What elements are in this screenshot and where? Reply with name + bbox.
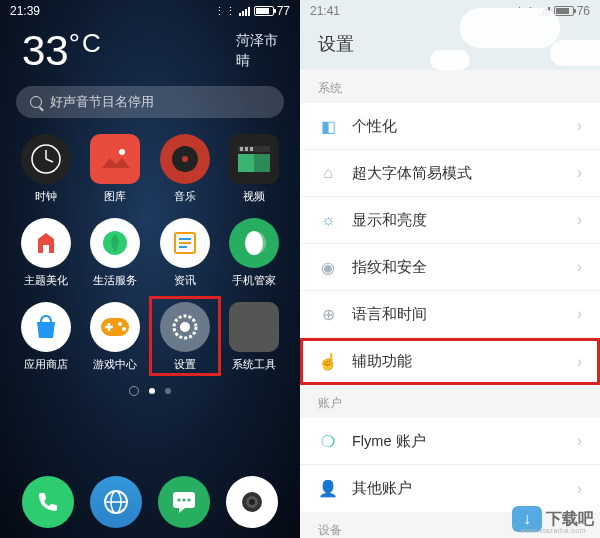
cloud-decoration (460, 8, 560, 48)
life-icon (90, 218, 140, 268)
svg-point-35 (249, 499, 255, 505)
home-screen: 21:39 ⋮⋮ 77 33°C 菏泽市 晴 好声音节目名停用 时钟 图库 音乐… (0, 0, 300, 538)
weather-location: 菏泽市 晴 (236, 31, 278, 70)
svg-point-22 (118, 322, 122, 326)
cloud-decoration (550, 40, 600, 66)
news-icon (160, 218, 210, 268)
app-tools[interactable]: 系统工具 (223, 302, 287, 372)
app-guard[interactable]: 手机管家 (223, 218, 287, 288)
setting-personalize[interactable]: ◧ 个性化 › (300, 103, 600, 150)
svg-point-23 (122, 327, 126, 331)
clock-icon (21, 134, 71, 184)
svg-rect-12 (43, 245, 49, 253)
browser-app[interactable] (90, 476, 142, 528)
app-news[interactable]: 资讯 (153, 218, 217, 288)
person-icon: 👤 (318, 479, 338, 499)
battery-level: 76 (577, 4, 590, 18)
messages-app[interactable] (158, 476, 210, 528)
svg-point-32 (188, 499, 191, 502)
setting-security[interactable]: ◉ 指纹和安全 › (300, 244, 600, 291)
camera-app[interactable] (226, 476, 278, 528)
chevron-right-icon: › (577, 353, 582, 371)
svg-point-3 (119, 149, 125, 155)
battery-icon (254, 6, 274, 16)
svg-rect-11 (254, 154, 270, 172)
store-icon (21, 302, 71, 352)
tools-icon (229, 302, 279, 352)
settings-list-account: ❍ Flyme 账户 › 👤 其他账户 › (300, 418, 600, 512)
svg-line-2 (46, 159, 53, 162)
watermark-url: www.xiazaiba.com (520, 527, 586, 534)
app-gallery[interactable]: 图库 (84, 134, 148, 204)
cloud-decoration (430, 50, 470, 70)
chevron-right-icon: › (577, 211, 582, 229)
svg-rect-10 (238, 154, 254, 172)
app-clock[interactable]: 时钟 (14, 134, 78, 204)
globe-icon: ⊕ (318, 304, 338, 324)
phone-app[interactable] (22, 476, 74, 528)
page-dot[interactable] (149, 388, 155, 394)
status-bar: 21:39 ⋮⋮ 77 (0, 0, 300, 22)
fingerprint-icon: ◉ (318, 257, 338, 277)
app-theme[interactable]: 主题美化 (14, 218, 78, 288)
home-icon: ⌂ (318, 163, 338, 183)
battery-icon (554, 6, 574, 16)
video-icon (229, 134, 279, 184)
setting-flyme[interactable]: ❍ Flyme 账户 › (300, 418, 600, 465)
app-video[interactable]: 视频 (223, 134, 287, 204)
search-icon (30, 96, 42, 108)
app-grid: 时钟 图库 音乐 视频 主题美化 生活服务 资讯 手机管家 应用商店 游戏中心 … (0, 134, 300, 372)
weather-widget[interactable]: 33°C 菏泽市 晴 (0, 22, 300, 86)
section-account: 账户 (300, 385, 600, 418)
section-system: 系统 (300, 70, 600, 103)
svg-point-5 (182, 156, 188, 162)
chevron-right-icon: › (577, 164, 582, 182)
personalize-icon: ◧ (318, 116, 338, 136)
chevron-right-icon: › (577, 305, 582, 323)
settings-list-system: ◧ 个性化 › ⌂ 超大字体简易模式 › ☼ 显示和亮度 › ◉ 指纹和安全 ›… (300, 103, 600, 385)
music-icon (160, 134, 210, 184)
settings-header: 21:41 ⋮⋮ 76 设置 (300, 0, 600, 70)
app-life[interactable]: 生活服务 (84, 218, 148, 288)
status-time: 21:39 (10, 4, 40, 18)
gallery-icon (90, 134, 140, 184)
app-game[interactable]: 游戏中心 (84, 302, 148, 372)
svg-point-18 (245, 231, 263, 255)
setting-bigfont[interactable]: ⌂ 超大字体简易模式 › (300, 150, 600, 197)
settings-screen: 21:41 ⋮⋮ 76 设置 系统 ◧ 个性化 › ⌂ 超大字体简易模式 › ☼… (300, 0, 600, 538)
svg-rect-8 (245, 147, 248, 151)
svg-point-31 (183, 499, 186, 502)
watermark: ↓ 下载吧 www.xiazaiba.com (512, 506, 594, 532)
home-indicator-icon[interactable] (129, 386, 139, 396)
chevron-right-icon: › (577, 258, 582, 276)
battery-level: 77 (277, 4, 290, 18)
setting-language[interactable]: ⊕ 语言和时间 › (300, 291, 600, 338)
svg-point-30 (178, 499, 181, 502)
svg-rect-9 (250, 147, 253, 151)
setting-accessibility[interactable]: ☝ 辅助功能 › (300, 338, 600, 385)
svg-rect-7 (240, 147, 243, 151)
hand-icon: ☝ (318, 352, 338, 372)
wifi-icon: ⋮⋮ (214, 5, 236, 18)
guard-icon (229, 218, 279, 268)
brightness-icon: ☼ (318, 210, 338, 230)
chevron-right-icon: › (577, 480, 582, 498)
balloon-icon: ❍ (318, 431, 338, 451)
signal-icon (239, 6, 251, 16)
dock (0, 476, 300, 528)
page-indicator (0, 386, 300, 396)
chevron-right-icon: › (577, 117, 582, 135)
app-settings[interactable]: 设置 (153, 302, 217, 372)
chevron-right-icon: › (577, 432, 582, 450)
theme-icon (21, 218, 71, 268)
setting-display[interactable]: ☼ 显示和亮度 › (300, 197, 600, 244)
gear-icon (160, 302, 210, 352)
search-bar[interactable]: 好声音节目名停用 (16, 86, 284, 118)
search-placeholder: 好声音节目名停用 (50, 93, 154, 111)
setting-other-account[interactable]: 👤 其他账户 › (300, 465, 600, 512)
svg-point-25 (180, 322, 190, 332)
page-dot[interactable] (165, 388, 171, 394)
app-store[interactable]: 应用商店 (14, 302, 78, 372)
status-time: 21:41 (310, 4, 340, 18)
app-music[interactable]: 音乐 (153, 134, 217, 204)
